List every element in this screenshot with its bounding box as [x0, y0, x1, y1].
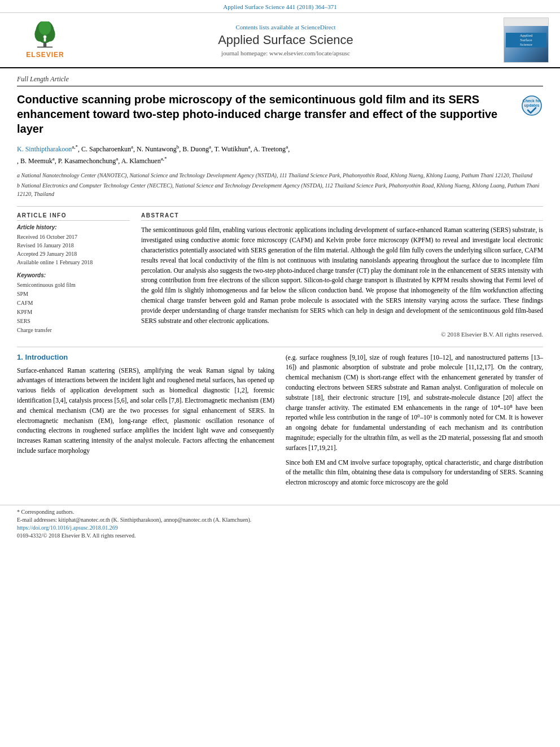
accepted-date: Accepted 29 January 2018	[17, 250, 130, 258]
right-paragraph-2: Since both EM and CM involve surface top…	[286, 458, 543, 488]
abstract-section: ABSTRACT The semicontinuous gold film, e…	[141, 212, 543, 337]
doi-link[interactable]: https://doi.org/10.1016/j.apsusc.2018.01…	[17, 525, 118, 531]
article-title: Conductive scanning probe microscopy of …	[17, 92, 515, 136]
keyword-3: CAFM	[17, 299, 130, 308]
left-column: 1. Introduction Surface-enhanced Raman s…	[17, 353, 274, 493]
journal-header-center: Contents lists available at ScienceDirec…	[79, 24, 492, 56]
footer-issn: 0169-4332/© 2018 Elsevier B.V. All right…	[17, 532, 543, 539]
keyword-4: KPFM	[17, 308, 130, 317]
keyword-1: Semicontinuous gold film	[17, 281, 130, 290]
journal-citation: Applied Surface Science 441 (2018) 364–3…	[223, 3, 336, 10]
elsevier-logo: ELSEVIER	[26, 21, 64, 59]
page-footer: * Corresponding authors. E-mail addresse…	[0, 505, 560, 544]
main-content: Full Length Article Conductive scanning …	[0, 68, 560, 499]
available-date: Available online 1 February 2018	[17, 258, 130, 267]
author-9-sup: a,*	[161, 156, 167, 161]
right-column: (e.g. surface roughness [9,10], size of …	[286, 353, 543, 493]
affiliation-a: a National Nanotechnology Center (NANOTE…	[17, 171, 543, 180]
journal-cover-area: AppliedSurfaceScience	[492, 18, 549, 63]
history-label: Article history:	[17, 224, 130, 230]
keyword-6: Charge transfer	[17, 326, 130, 335]
svg-point-6	[43, 36, 46, 38]
crossmark-badge-icon: Check for updates	[520, 94, 543, 117]
svg-rect-1	[37, 47, 53, 48]
article-info-panel: ARTICLE INFO Article history: Received 1…	[17, 212, 130, 337]
keyword-5: SERS	[17, 317, 130, 326]
keywords-label: Keywords:	[17, 272, 130, 278]
affiliation-b: b National Electronics and Computer Tech…	[17, 181, 543, 198]
author-6-sup: a	[286, 144, 288, 150]
authors-list: K. Sinthiptharakoona,*, C. Sapcharoenkun…	[17, 143, 543, 167]
cover-top-bar: AppliedSurfaceScience	[506, 33, 546, 47]
affiliations: a National Nanotechnology Center (NANOTE…	[17, 171, 543, 198]
journal-homepage: journal homepage: www.elsevier.com/locat…	[79, 50, 492, 56]
journal-title: Applied Surface Science	[79, 33, 492, 47]
intro-heading: 1. Introduction	[17, 353, 274, 361]
author-1[interactable]: K. Sinthiptharakoon	[17, 145, 72, 153]
journal-cover-thumbnail: AppliedSurfaceScience	[504, 18, 549, 63]
right-paragraph-1: (e.g. surface roughness [9,10], size of …	[286, 353, 543, 453]
abstract-title: ABSTRACT	[141, 212, 543, 221]
elsevier-tree-icon	[29, 21, 60, 50]
keywords-list: Semicontinuous gold film SPM CAFM KPFM S…	[17, 281, 130, 335]
intro-paragraph-1: Surface-enhanced Raman scattering (SERS)…	[17, 366, 274, 456]
abstract-copyright: © 2018 Elsevier B.V. All rights reserved…	[141, 331, 543, 338]
svg-text:updates: updates	[524, 103, 540, 108]
svg-text:Check for: Check for	[523, 99, 541, 103]
elsevier-brand-text: ELSEVIER	[26, 51, 64, 59]
abstract-text: The semicontinuous gold film, enabling v…	[141, 225, 543, 326]
footer-corresponding-note: * Corresponding authors.	[17, 509, 543, 515]
publisher-logo-area: ELSEVIER	[11, 21, 79, 59]
sciencedirect-link: Contents lists available at ScienceDirec…	[79, 24, 492, 30]
article-info-title: ARTICLE INFO	[17, 212, 130, 221]
footer-email: E-mail addresses: kitiphat@nanotec.or.th…	[17, 517, 543, 523]
article-type-label: Full Length Article	[17, 75, 543, 86]
keyword-2: SPM	[17, 290, 130, 299]
author-1-sup: a,*	[72, 144, 78, 150]
received-date: Received 16 October 2017	[17, 233, 130, 241]
journal-top-bar: Applied Surface Science 441 (2018) 364–3…	[0, 0, 560, 13]
journal-header: ELSEVIER Contents lists available at Sci…	[0, 13, 560, 68]
revised-date: Revised 16 January 2018	[17, 241, 130, 250]
article-body: ARTICLE INFO Article history: Received 1…	[17, 206, 543, 337]
svg-rect-7	[44, 38, 46, 41]
section-divider	[17, 347, 543, 347]
two-column-body: 1. Introduction Surface-enhanced Raman s…	[17, 353, 543, 493]
article-title-section: Conductive scanning probe microscopy of …	[17, 92, 543, 136]
footer-doi: https://doi.org/10.1016/j.apsusc.2018.01…	[17, 525, 543, 531]
article-history: Received 16 October 2017 Revised 16 Janu…	[17, 233, 130, 267]
sciencedirect-hyperlink[interactable]: ScienceDirect	[301, 24, 336, 30]
